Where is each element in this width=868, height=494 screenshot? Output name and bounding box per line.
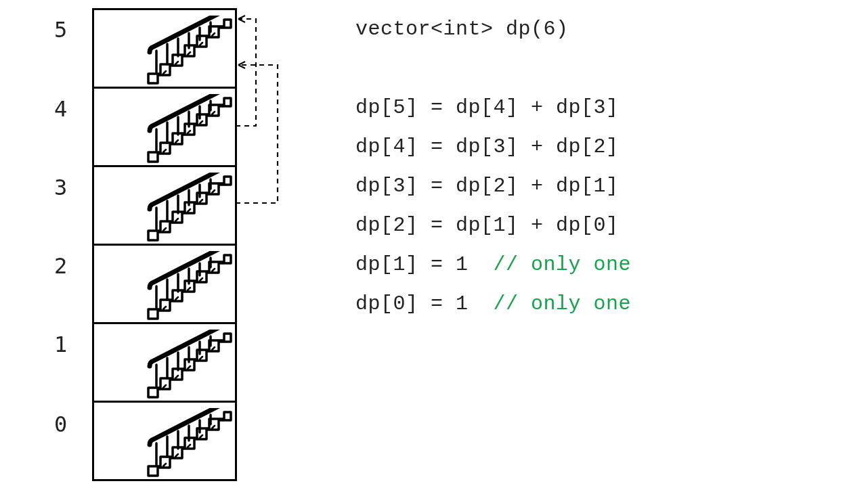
code-line-3: dp[3] = dp[2] + dp[1] [355,166,631,206]
cell-4 [94,87,235,165]
stairs-icon [144,408,232,479]
index-5: 5 [54,17,67,43]
cell-2 [94,244,235,322]
code-block: vector<int> dp(6) dp[5] = dp[4] + dp[3] … [355,9,631,323]
dp-array [92,8,237,481]
code-text: dp[2] = dp[1] + dp[0] [355,215,619,235]
code-declaration: vector<int> dp(6) [355,9,631,49]
index-3: 3 [54,175,67,200]
index-1: 1 [54,332,67,357]
code-line-2: dp[2] = dp[1] + dp[0] [355,206,631,245]
index-4: 4 [54,96,67,122]
code-text: dp[0] = 1 [355,294,494,314]
stairs-icon [144,251,232,322]
code-line-4: dp[4] = dp[3] + dp[2] [355,127,631,166]
cell-3 [94,165,235,244]
code-line-1: dp[1] = 1 // only one [355,245,631,284]
stairs-icon [144,330,232,401]
stairs-icon [144,173,232,244]
cell-1 [94,322,235,401]
code-text: dp[5] = dp[4] + dp[3] [355,97,619,118]
index-0: 0 [54,411,67,437]
code-text: dp[1] = 1 [355,254,494,275]
index-2: 2 [54,253,67,279]
code-line-5: dp[5] = dp[4] + dp[3] [355,88,631,127]
code-line-0: dp[0] = 1 // only one [355,284,631,323]
stairs-icon [144,94,232,165]
code-text: dp[3] = dp[2] + dp[1] [355,176,619,196]
stairs-icon [144,16,232,87]
cell-5 [94,8,235,87]
cell-0 [94,401,235,479]
code-comment: // only one [494,294,632,314]
code-comment: // only one [494,254,632,275]
code-text: dp[4] = dp[3] + dp[2] [355,137,619,157]
